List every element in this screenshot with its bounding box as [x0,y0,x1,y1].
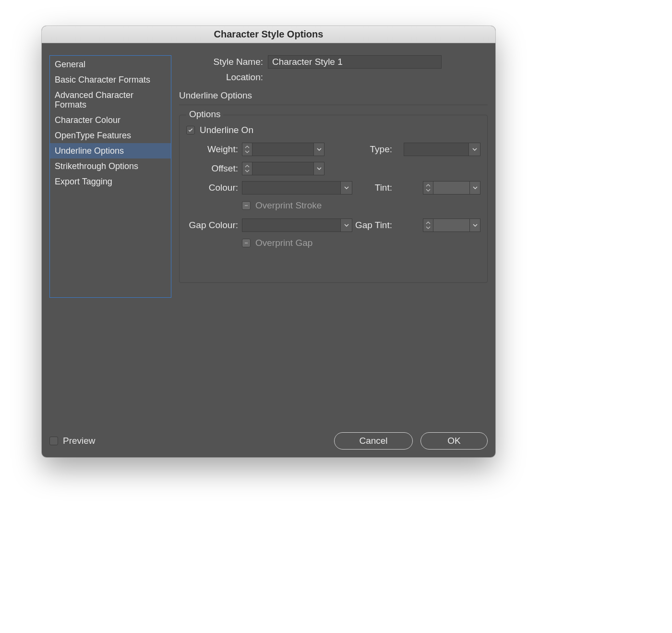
row-offset: Offset: [186,161,480,176]
ok-button[interactable]: OK [420,432,488,450]
right-pane: Style Name: Location: Underline Options … [179,55,488,283]
options-legend: Options [186,109,223,120]
stepper-updown-icon[interactable] [242,143,252,156]
gap-tint-stepper[interactable] [423,219,480,232]
underline-on-label: Underline On [200,125,253,135]
svg-rect-1 [245,243,248,243]
chevron-down-icon[interactable] [314,143,324,156]
stepper-updown-icon[interactable] [423,181,433,195]
row-overprint-gap: Overprint Gap [186,237,480,249]
type-label: Type: [328,144,395,155]
dash-icon [242,201,251,210]
tint-label: Tint: [328,183,395,193]
style-name-label: Style Name: [179,57,268,67]
character-style-options-dialog: Character Style Options General Basic Ch… [42,26,495,457]
preview-label: Preview [63,436,96,446]
row-colour-tint: Colour: Tint: [186,181,480,195]
overprint-stroke-checkbox[interactable]: Overprint Stroke [242,200,480,211]
sidebar-item-export-tagging[interactable]: Export Tagging [50,174,171,189]
footer-buttons: Cancel OK [334,432,488,450]
dialog-footer: Preview Cancel OK [49,432,488,450]
chevron-down-icon[interactable] [469,143,480,156]
dash-icon [242,239,251,247]
colour-label: Colour: [186,183,238,193]
row-overprint-stroke: Overprint Stroke [186,200,480,211]
offset-field[interactable] [252,162,314,175]
check-icon [186,126,195,134]
overprint-stroke-label: Overprint Stroke [255,200,322,211]
preview-checkbox[interactable]: Preview [49,436,96,446]
gap-tint-field[interactable] [433,219,470,232]
sidebar-item-basic-formats[interactable]: Basic Character Formats [50,72,171,87]
sidebar-panel-list[interactable]: General Basic Character Formats Advanced… [49,55,171,298]
offset-stepper[interactable] [242,162,324,175]
gap-tint-label: Gap Tint: [328,220,395,231]
chevron-down-icon[interactable] [314,162,324,175]
sidebar-item-opentype[interactable]: OpenType Features [50,128,171,143]
style-name-row: Style Name: [179,55,488,69]
sidebar-item-underline-options[interactable]: Underline Options [50,143,171,158]
type-dropdown[interactable] [404,143,480,156]
tint-stepper[interactable] [423,181,480,195]
location-label: Location: [179,72,268,83]
dialog-title: Character Style Options [214,29,324,40]
weight-field[interactable] [252,143,314,156]
tint-field[interactable] [433,181,470,195]
cancel-button[interactable]: Cancel [334,432,413,450]
sidebar-item-advanced-formats[interactable]: Advanced Character Formats [50,87,171,112]
dialog-titlebar: Character Style Options [42,26,495,43]
dialog-body: General Basic Character Formats Advanced… [42,43,495,457]
section-divider [179,105,488,105]
sidebar-item-general[interactable]: General [50,57,171,72]
weight-label: Weight: [186,144,238,155]
checkbox-empty-icon [49,437,58,445]
row-gap-colour-tint: Gap Colour: Gap Tint: [186,218,480,232]
location-row: Location: [179,72,488,83]
options-fieldset: Options Underline On Weight: [179,115,488,283]
stepper-updown-icon[interactable] [242,162,252,175]
underline-on-checkbox[interactable]: Underline On [186,125,480,135]
offset-label: Offset: [186,163,238,174]
overprint-gap-label: Overprint Gap [255,238,312,248]
sidebar-item-character-colour[interactable]: Character Colour [50,112,171,128]
weight-stepper[interactable] [242,143,324,156]
overprint-gap-checkbox[interactable]: Overprint Gap [242,238,480,248]
sidebar-item-strikethrough[interactable]: Strikethrough Options [50,158,171,174]
svg-rect-0 [245,205,248,206]
colour-field[interactable] [242,181,341,195]
type-field[interactable] [404,143,469,156]
gap-colour-field[interactable] [242,219,341,232]
row-weight-type: Weight: Type: [186,142,480,157]
style-name-input[interactable] [268,55,442,69]
chevron-down-icon[interactable] [470,219,480,232]
gap-colour-label: Gap Colour: [186,220,238,231]
chevron-down-icon[interactable] [470,181,480,195]
section-title-underline-options: Underline Options [179,90,488,101]
stepper-updown-icon[interactable] [423,219,433,232]
